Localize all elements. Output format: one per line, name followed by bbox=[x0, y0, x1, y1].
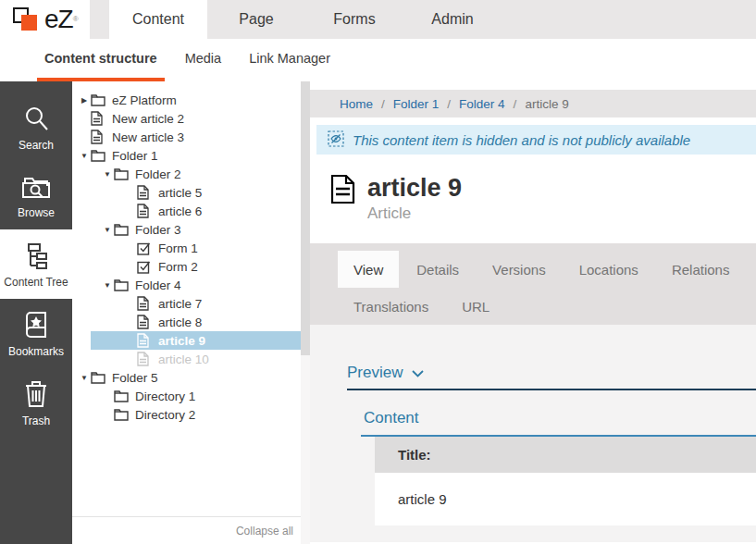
tree-item-label: article 7 bbox=[158, 297, 202, 311]
sidebar-item-bookmarks[interactable]: Bookmarks bbox=[0, 299, 72, 368]
article-icon bbox=[137, 204, 153, 218]
article-icon bbox=[137, 352, 153, 366]
article-icon bbox=[91, 111, 106, 126]
tab-url[interactable]: URL bbox=[446, 288, 505, 325]
top-tab-page[interactable]: Page bbox=[207, 0, 305, 39]
browse-icon bbox=[21, 174, 51, 200]
tree-item-form-1[interactable]: Form 1 bbox=[72, 239, 301, 257]
tree-item-directory-2[interactable]: Directory 2 bbox=[72, 405, 301, 424]
field-table: Title: article 9 bbox=[375, 437, 756, 525]
page-title: article 9 bbox=[367, 174, 462, 203]
tab-details[interactable]: Details bbox=[401, 251, 475, 288]
trash-icon bbox=[24, 380, 48, 408]
expander-expanded-icon[interactable]: ▼ bbox=[78, 374, 91, 382]
app-body: SearchBrowseContent TreeBookmarksTrash ▶… bbox=[0, 81, 756, 544]
content-section-header: Content bbox=[361, 409, 756, 437]
hidden-content-notice: This content item is hidden and is not p… bbox=[316, 125, 756, 155]
expander-expanded-icon[interactable]: ▼ bbox=[101, 226, 114, 234]
preview-section-header[interactable]: Preview bbox=[347, 364, 756, 390]
tree-item-article-5[interactable]: article 5 bbox=[72, 183, 301, 202]
tree-item-label: article 5 bbox=[158, 186, 202, 200]
logo-registered-mark: ® bbox=[73, 16, 79, 23]
expander-expanded-icon[interactable]: ▼ bbox=[101, 170, 114, 179]
expander-collapsed-icon[interactable]: ▶ bbox=[78, 96, 91, 105]
tree-scrollbar-thumb[interactable] bbox=[301, 81, 310, 355]
collapse-all-button[interactable]: Collapse all bbox=[236, 525, 293, 538]
subnav-item-link-manager[interactable]: Link Manager bbox=[242, 39, 338, 81]
tree-item-label: Form 1 bbox=[158, 241, 198, 255]
folder-icon bbox=[91, 148, 106, 163]
content-tab-bar: ViewDetailsVersionsLocationsRelations Tr… bbox=[310, 243, 756, 325]
tab-translations[interactable]: Translations bbox=[338, 288, 444, 325]
tree-item-label: Folder 2 bbox=[135, 167, 181, 181]
tree-item-article-7[interactable]: article 7 bbox=[72, 294, 301, 313]
tree-item-new-article-3[interactable]: New article 3 bbox=[72, 128, 301, 146]
tree-item-folder-5[interactable]: ▼Folder 5 bbox=[72, 368, 301, 387]
app-logo[interactable]: eZ ® bbox=[0, 0, 90, 39]
primary-nav: ContentPageFormsAdmin bbox=[109, 0, 502, 39]
logo-text: eZ bbox=[44, 6, 73, 32]
sidebar-item-trash[interactable]: Trash bbox=[0, 368, 72, 438]
folder-icon bbox=[114, 389, 130, 403]
search-icon bbox=[22, 105, 50, 132]
tree-item-article-10[interactable]: article 10 bbox=[72, 350, 301, 368]
tree-scrollbar[interactable] bbox=[301, 81, 310, 544]
top-tab-content[interactable]: Content bbox=[109, 0, 207, 39]
ez-platform-admin-window: eZ ® ContentPageFormsAdmin Content struc… bbox=[0, 0, 756, 544]
tree-item-label: article 10 bbox=[158, 352, 209, 366]
breadcrumb-item-home[interactable]: Home bbox=[340, 97, 373, 111]
tree-item-label: Folder 4 bbox=[135, 278, 181, 292]
tree-item-folder-3[interactable]: ▼Folder 3 bbox=[72, 220, 301, 239]
tab-locations[interactable]: Locations bbox=[564, 251, 654, 288]
sidebar-item-search[interactable]: Search bbox=[0, 93, 72, 162]
content-section-label: Content bbox=[364, 409, 419, 427]
breadcrumb-item-folder-1[interactable]: Folder 1 bbox=[393, 97, 440, 111]
sidebar-item-content-tree[interactable]: Content Tree bbox=[0, 229, 72, 299]
tab-row-1: ViewDetailsVersionsLocationsRelations bbox=[338, 251, 756, 288]
preview-label: Preview bbox=[347, 364, 403, 382]
tree-item-folder-4[interactable]: ▼Folder 4 bbox=[72, 276, 301, 294]
field-label-row: Title: bbox=[375, 437, 756, 473]
ez-logo-icon bbox=[11, 4, 43, 35]
tree-item-new-article-2[interactable]: New article 2 bbox=[72, 109, 301, 128]
expander-expanded-icon[interactable]: ▼ bbox=[101, 281, 114, 290]
sidebar-item-browse[interactable]: Browse bbox=[0, 162, 72, 229]
view-tab-content: Preview Content Title: article 9 bbox=[310, 325, 756, 542]
tree-item-label: New article 3 bbox=[112, 130, 184, 144]
top-tab-admin[interactable]: Admin bbox=[403, 0, 502, 39]
subnav-item-content-structure[interactable]: Content structure bbox=[37, 39, 165, 81]
tree-item-label: Folder 5 bbox=[112, 371, 158, 385]
tree-item-ez-platform[interactable]: ▶eZ Platform bbox=[72, 91, 301, 109]
tree-item-label: New article 2 bbox=[112, 112, 184, 126]
breadcrumb: Home/Folder 1/Folder 4/article 9 bbox=[310, 90, 756, 117]
top-tab-forms[interactable]: Forms bbox=[305, 0, 403, 39]
tree-item-label: eZ Platform bbox=[112, 93, 177, 107]
tree-item-article-9[interactable]: article 9 bbox=[72, 331, 301, 350]
tree-item-article-8[interactable]: article 8 bbox=[72, 313, 301, 331]
content-tree-panel: ▶eZ PlatformNew article 2New article 3▼F… bbox=[72, 81, 301, 544]
tab-view[interactable]: View bbox=[338, 251, 399, 288]
hidden-eye-icon bbox=[328, 130, 344, 150]
tree-item-label: Directory 1 bbox=[135, 389, 195, 403]
subnav-item-media[interactable]: Media bbox=[178, 39, 229, 81]
tab-relations[interactable]: Relations bbox=[656, 251, 746, 288]
breadcrumb-item-article-9: article 9 bbox=[525, 97, 568, 111]
bookmarks-icon bbox=[23, 311, 49, 339]
sidebar-item-label: Bookmarks bbox=[8, 345, 64, 358]
secondary-nav: Content structureMediaLink Manager bbox=[0, 39, 756, 81]
tree-item-form-2[interactable]: Form 2 bbox=[72, 257, 301, 276]
breadcrumb-item-folder-4[interactable]: Folder 4 bbox=[459, 97, 505, 111]
content-type-label: Article bbox=[367, 204, 462, 223]
tree-item-label: Folder 1 bbox=[112, 149, 158, 163]
tree-item-directory-1[interactable]: Directory 1 bbox=[72, 387, 301, 405]
expander-expanded-icon[interactable]: ▼ bbox=[78, 152, 91, 160]
article-icon bbox=[137, 296, 153, 311]
hidden-content-notice-text: This content item is hidden and is not p… bbox=[353, 132, 690, 148]
content-tree-list: ▶eZ PlatformNew article 2New article 3▼F… bbox=[72, 91, 301, 424]
tab-versions[interactable]: Versions bbox=[477, 251, 562, 288]
article-icon bbox=[137, 333, 153, 348]
folder-icon bbox=[91, 93, 106, 107]
tree-item-folder-1[interactable]: ▼Folder 1 bbox=[72, 146, 301, 165]
tree-item-folder-2[interactable]: ▼Folder 2 bbox=[72, 165, 301, 183]
tree-item-article-6[interactable]: article 6 bbox=[72, 202, 301, 220]
